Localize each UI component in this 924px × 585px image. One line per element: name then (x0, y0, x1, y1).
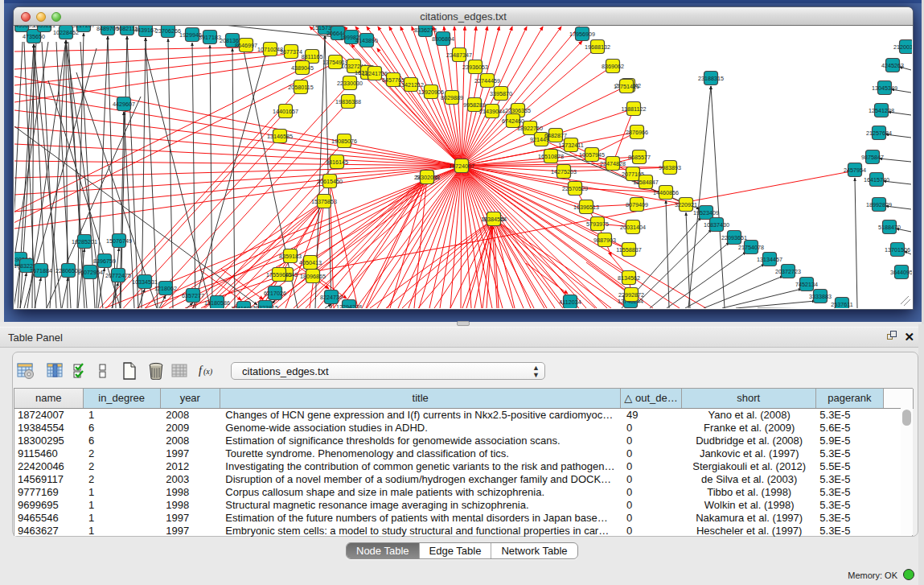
svg-text:3333883: 3333883 (809, 293, 832, 300)
svg-text:3917183: 3917183 (199, 34, 221, 41)
svg-text:9875847: 9875847 (861, 154, 884, 161)
svg-text:8359183: 8359183 (279, 253, 302, 260)
svg-text:11881122: 11881122 (622, 105, 647, 113)
svg-text:18992829: 18992829 (866, 201, 892, 208)
svg-text:8806804: 8806804 (432, 35, 454, 43)
svg-text:2457954: 2457954 (844, 167, 866, 174)
svg-text:22330030: 22330030 (337, 80, 363, 87)
svg-text:20772475: 20772475 (105, 272, 131, 279)
svg-text:22455603: 22455603 (14, 26, 35, 29)
svg-text:15375853: 15375853 (311, 198, 337, 205)
svg-text:19085076: 19085076 (331, 138, 357, 145)
svg-text:23487347: 23487347 (446, 51, 472, 59)
svg-text:8224730: 8224730 (320, 294, 343, 301)
svg-text:4389045: 4389045 (291, 64, 314, 72)
svg-text:23936053: 23936053 (462, 64, 488, 71)
svg-text:6742460: 6742460 (502, 117, 524, 125)
svg-text:19384554: 19384554 (481, 216, 507, 223)
svg-text:17559643: 17559643 (266, 271, 292, 278)
svg-text:5188470: 5188470 (878, 224, 901, 231)
svg-text:3395870: 3395870 (490, 90, 512, 97)
svg-text:12294238: 12294238 (336, 303, 362, 309)
svg-text:9816145: 9816145 (326, 159, 348, 166)
svg-text:17956909: 17956909 (569, 31, 595, 38)
svg-text:4439167: 4439167 (134, 27, 157, 34)
svg-text:22570529: 22570529 (562, 185, 588, 192)
svg-text:5793975: 5793975 (586, 220, 609, 228)
svg-text:23302033: 23302033 (414, 174, 440, 181)
svg-text:4050413: 4050413 (299, 259, 322, 266)
svg-text:22744459: 22744459 (474, 77, 500, 84)
svg-text:4143890: 4143890 (355, 37, 378, 44)
svg-text:13146585: 13146585 (267, 133, 293, 140)
svg-text:10837430: 10837430 (704, 221, 729, 229)
svg-text:16072954: 16072954 (77, 269, 103, 276)
svg-text:3220921: 3220921 (675, 201, 697, 208)
svg-text:19285201: 19285201 (72, 238, 97, 245)
svg-text:6482877: 6482877 (544, 132, 567, 139)
svg-text:10323815: 10323815 (253, 304, 278, 309)
svg-text:13732411: 13732411 (558, 142, 583, 149)
svg-text:16510878: 16510878 (538, 153, 564, 160)
svg-text:4429607: 4429607 (113, 101, 135, 108)
svg-text:23706266: 23706266 (155, 27, 181, 35)
svg-text:20580115: 20580115 (288, 84, 313, 91)
svg-text:13045349: 13045349 (872, 84, 897, 92)
svg-text:15180586: 15180586 (204, 299, 230, 307)
svg-text:11584847: 11584847 (633, 179, 658, 186)
svg-text:8685577: 8685577 (628, 154, 651, 161)
svg-text:17751421: 17751421 (614, 83, 639, 90)
svg-text:22093651: 22093651 (721, 234, 747, 241)
svg-text:8811165: 8811165 (302, 53, 323, 60)
svg-text:14401657: 14401657 (273, 108, 298, 115)
svg-text:19523409: 19523409 (693, 209, 719, 216)
svg-text:21754078: 21754078 (738, 244, 764, 251)
svg-text:7452134: 7452134 (795, 281, 818, 288)
svg-text:4245263: 4245263 (881, 62, 904, 69)
svg-text:20615450: 20615450 (317, 178, 343, 185)
svg-text:10057945: 10057945 (579, 151, 605, 159)
svg-text:14460856: 14460856 (653, 189, 679, 196)
svg-text:21257684: 21257684 (866, 130, 892, 137)
svg-text:8029889: 8029889 (441, 94, 463, 101)
svg-text:8079409: 8079409 (626, 201, 648, 208)
svg-text:3644095: 3644095 (890, 269, 912, 276)
svg-text:9983893: 9983893 (659, 164, 681, 171)
svg-text:9217207: 9217207 (72, 26, 95, 29)
svg-text:13134457: 13134457 (757, 256, 782, 263)
svg-text:14275203: 14275203 (551, 168, 577, 175)
svg-text:23188315: 23188315 (698, 75, 724, 82)
svg-text:19836388: 19836388 (335, 98, 361, 105)
svg-text:8396759: 8396759 (93, 257, 116, 265)
svg-text:6217026: 6217026 (264, 290, 286, 297)
svg-text:16396513: 16396513 (573, 204, 599, 211)
svg-text:4112034: 4112034 (559, 299, 581, 306)
svg-text:16415740: 16415740 (864, 176, 889, 183)
svg-text:13421212: 13421212 (398, 81, 424, 89)
svg-text:18096865: 18096865 (300, 273, 326, 280)
svg-text:13701506: 13701506 (885, 246, 910, 253)
svg-text:18922760: 18922760 (517, 125, 543, 132)
svg-text:(x): (x) (203, 367, 213, 377)
svg-text:6357277: 6357277 (182, 292, 204, 299)
svg-text:1839221: 1839221 (33, 26, 55, 29)
svg-text:22992872: 22992872 (618, 291, 644, 299)
svg-text:8134562: 8134562 (618, 274, 640, 282)
svg-text:10228452: 10228452 (53, 29, 79, 36)
svg-text:8336273: 8336273 (414, 27, 437, 34)
svg-text:9887903: 9887903 (593, 237, 616, 244)
svg-text:18724007: 18724007 (449, 163, 474, 170)
svg-text:15076749: 15076749 (106, 237, 132, 245)
svg-text:19688132: 19688132 (585, 43, 610, 51)
svg-text:20031404: 20031404 (620, 224, 646, 231)
svg-text:21439044: 21439044 (479, 108, 505, 115)
svg-text:8369062: 8369062 (602, 63, 624, 70)
svg-text:11558837: 11558837 (616, 246, 641, 253)
svg-text:3677374: 3677374 (280, 48, 302, 56)
svg-text:22306335: 22306335 (505, 107, 531, 114)
svg-text:1218062: 1218062 (154, 285, 177, 292)
svg-text:2876966: 2876966 (626, 129, 648, 136)
svg-text:21200396: 21200396 (893, 43, 912, 51)
svg-text:2537611: 2537611 (831, 301, 852, 308)
svg-text:20372723: 20372723 (775, 268, 801, 275)
